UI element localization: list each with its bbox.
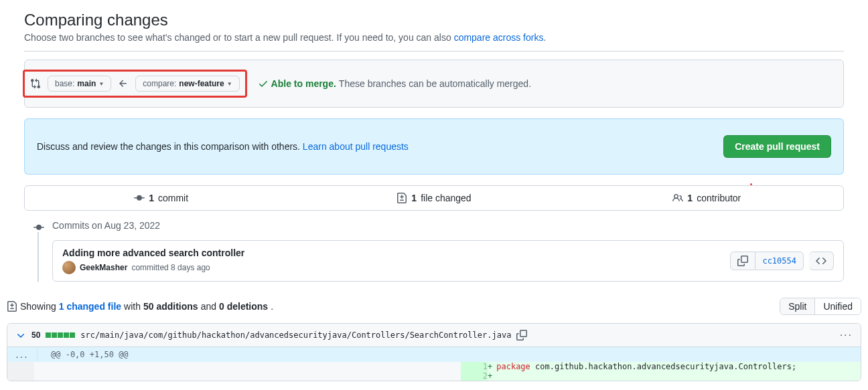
file-diff-icon [396, 193, 407, 203]
changed-file-link[interactable]: 1 changed file [59, 301, 121, 312]
file-diff-box: 50 src/main/java/com/github/hackathon/ad… [7, 323, 861, 381]
merge-status-text: Able to merge. [271, 78, 336, 89]
discuss-text: Discuss and review the changes in this c… [37, 141, 303, 152]
commits-timeline: Commits on Aug 23, 2022 Adding more adva… [35, 220, 844, 282]
showing-mid: with [124, 301, 141, 312]
commits-label: commit [158, 193, 188, 203]
create-pr-button[interactable]: Create pull request [723, 135, 831, 158]
file-path[interactable]: src/main/java/com/github/hackathon/advan… [80, 330, 511, 340]
showing-and: and [201, 301, 216, 312]
line-num-old [7, 371, 34, 381]
code-line: + [488, 371, 861, 381]
commits-date-label: Commits on Aug 23, 2022 [52, 220, 844, 231]
range-bar: base: main ▼ compare: new-feature ▼ Able… [24, 60, 844, 108]
line-num-new: 2 [461, 371, 488, 381]
hunk-header: ... @@ -0,0 +1,50 @@ [7, 347, 861, 362]
files-count: 1 [411, 193, 417, 203]
deletions-text: 0 deletions [219, 301, 268, 312]
commit-title[interactable]: Adding more advanced search controller [62, 248, 244, 258]
arrow-left-icon [118, 78, 129, 89]
subtitle-post: . [543, 32, 546, 43]
browse-code-button[interactable] [809, 252, 834, 270]
additions-text: 50 additions [143, 301, 198, 312]
contrib-label: contributor [697, 193, 741, 203]
blank-left [34, 371, 461, 381]
copy-sha-button[interactable] [730, 252, 755, 270]
learn-pr-link[interactable]: Learn about pull requests [303, 141, 409, 152]
compare-label: compare: [143, 79, 176, 88]
subtitle: Choose two branches to see what's change… [24, 32, 857, 43]
discuss-box: Discuss and review the changes in this c… [24, 118, 844, 175]
base-branch-button[interactable]: base: main ▼ [48, 76, 111, 92]
stat-files[interactable]: 1 file changed [297, 186, 570, 210]
commits-count: 1 [149, 193, 154, 203]
line-num-new: 1 [461, 362, 488, 371]
compare-forks-link[interactable]: compare across forks [454, 32, 544, 43]
subtitle-text: Choose two branches to see what's change… [24, 32, 454, 43]
commit-time: committed 8 days ago [131, 263, 210, 272]
showing-bar: Showing 1 changed file with 50 additions… [0, 298, 868, 315]
compare-branch-name: new-feature [179, 79, 224, 88]
stat-commits[interactable]: 1 commit [25, 186, 297, 210]
expand-hunk-button[interactable]: ... [7, 347, 38, 362]
commit-actions: cc10554 [730, 252, 834, 270]
code-table: 1 +package com.github.hackathon.advanced… [7, 362, 861, 381]
commit-marker-icon [33, 222, 44, 233]
branch-selector-highlight: base: main ▼ compare: new-feature ▼ [23, 70, 247, 98]
file-header: 50 src/main/java/com/github/hackathon/ad… [7, 324, 861, 347]
file-diff-icon [7, 301, 17, 312]
commit-card: Adding more advanced search controller G… [52, 240, 844, 282]
caret-down-icon: ▼ [227, 81, 232, 87]
compare-branch-button[interactable]: compare: new-feature ▼ [135, 76, 239, 92]
stats-bar: 1 commit 1 file changed 1 contributor [24, 185, 844, 211]
divider [24, 51, 844, 52]
file-kebab-menu[interactable]: ··· [840, 329, 853, 341]
page-title: Comparing changes [24, 11, 857, 29]
contrib-count: 1 [687, 193, 693, 203]
base-label: base: [55, 79, 74, 88]
stat-contributors[interactable]: 1 contributor [571, 186, 843, 210]
diff-view-toggle: Split Unified [780, 298, 861, 315]
avatar[interactable] [62, 261, 76, 274]
commit-icon [134, 193, 145, 203]
commit-meta: GeekMasher committed 8 days ago [62, 261, 244, 274]
showing-post: . [271, 301, 273, 312]
base-branch-name: main [77, 79, 96, 88]
line-num-old [7, 362, 34, 371]
timeline-line [38, 232, 39, 282]
collapse-icon[interactable] [15, 330, 26, 340]
split-view-button[interactable]: Split [780, 298, 814, 314]
showing-pre: Showing [20, 301, 56, 312]
files-label: file changed [421, 193, 472, 203]
hunk-info: @@ -0,0 +1,50 @@ [38, 347, 861, 362]
copy-path-icon[interactable] [516, 330, 527, 340]
caret-down-icon: ▼ [98, 81, 104, 87]
red-dot [750, 183, 752, 185]
blank-left [34, 362, 461, 371]
diff-squares [46, 332, 75, 338]
check-icon [258, 78, 269, 89]
commit-author[interactable]: GeekMasher [80, 263, 127, 272]
diff-count: 50 [31, 330, 40, 340]
code-line: +package com.github.hackathon.advancedse… [488, 362, 861, 371]
merge-status-sub: These branches can be automatically merg… [339, 78, 531, 89]
git-compare-icon [30, 78, 41, 89]
people-icon [672, 193, 683, 203]
merge-status: Able to merge. These branches can be aut… [258, 78, 531, 89]
unified-view-button[interactable]: Unified [814, 298, 861, 314]
sha-link[interactable]: cc10554 [755, 252, 804, 270]
